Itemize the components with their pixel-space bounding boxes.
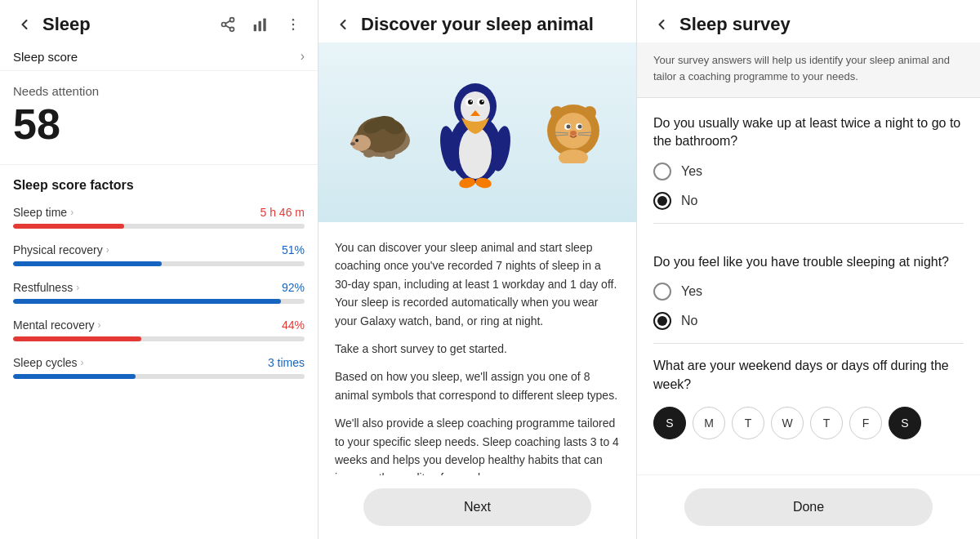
survey-back-button[interactable] bbox=[650, 13, 673, 36]
svg-point-48 bbox=[583, 106, 596, 119]
more-icon bbox=[285, 16, 301, 33]
svg-line-4 bbox=[225, 20, 230, 23]
question-2-yes-option[interactable]: Yes bbox=[653, 283, 964, 301]
score-status: Needs attention bbox=[13, 84, 305, 98]
panel-sleep: Sleep bbox=[0, 0, 318, 539]
next-button[interactable]: Next bbox=[363, 488, 591, 526]
svg-point-17 bbox=[355, 139, 359, 142]
factor-sleep-time-bar-fill bbox=[13, 224, 124, 229]
question-1-no-label: No bbox=[681, 194, 697, 208]
svg-point-27 bbox=[468, 100, 473, 105]
svg-point-30 bbox=[482, 100, 483, 102]
svg-point-19 bbox=[363, 149, 375, 158]
factor-physical-bar-bg bbox=[13, 261, 305, 266]
share-button[interactable] bbox=[216, 13, 239, 36]
panel-survey: Sleep survey Your survey answers will he… bbox=[637, 0, 980, 539]
question-2-yes-label: Yes bbox=[681, 284, 702, 299]
question-1-no-radio-fill bbox=[657, 196, 667, 206]
question-1-yes-label: Yes bbox=[681, 164, 702, 179]
discover-back-button[interactable] bbox=[332, 13, 354, 36]
question-2-text: Do you feel like you have trouble sleepi… bbox=[653, 253, 964, 271]
stats-button[interactable] bbox=[249, 13, 272, 36]
discover-title: Discover your sleep animal bbox=[361, 14, 623, 35]
factor-physical-recovery[interactable]: Physical recovery › 51% bbox=[13, 243, 305, 266]
question-1-no-radio[interactable] bbox=[653, 192, 671, 210]
lion-illustration bbox=[532, 102, 610, 163]
description-p2: Take a short survey to get started. bbox=[335, 340, 620, 358]
question-1-yes-radio[interactable] bbox=[653, 163, 671, 180]
days-row: S M T W T F S bbox=[653, 407, 964, 439]
day-tuesday[interactable]: T bbox=[732, 407, 764, 439]
survey-question-1: Do you usually wake up at least twice a … bbox=[637, 98, 980, 210]
day-friday[interactable]: F bbox=[849, 407, 882, 439]
factor-sleep-time[interactable]: Sleep time › 5 h 46 m bbox=[13, 206, 305, 229]
factor-physical-bar-fill bbox=[13, 261, 162, 266]
stats-icon bbox=[252, 16, 269, 33]
penguin-svg bbox=[434, 75, 516, 189]
hedgehog-svg bbox=[345, 106, 418, 159]
svg-point-28 bbox=[479, 100, 484, 105]
factor-restfulness-bar-fill bbox=[13, 299, 281, 304]
factor-sleep-time-value: 5 h 46 m bbox=[261, 206, 305, 219]
sleep-score-label: Sleep score bbox=[13, 50, 301, 64]
day-saturday[interactable]: S bbox=[889, 407, 921, 439]
score-number: 58 bbox=[13, 101, 305, 148]
day-monday[interactable]: M bbox=[693, 407, 725, 439]
factor-physical-value: 51% bbox=[282, 243, 305, 256]
factor-cycles-bar-fill bbox=[13, 374, 136, 379]
discover-header: Discover your sleep animal bbox=[318, 0, 636, 42]
back-icon bbox=[16, 16, 33, 33]
sleep-header: Sleep bbox=[0, 0, 318, 42]
factor-sleep-cycles[interactable]: Sleep cycles › 3 times bbox=[13, 356, 305, 379]
sleep-factors-section: Sleep score factors Sleep time › 5 h 46 … bbox=[0, 165, 318, 379]
svg-line-3 bbox=[225, 25, 230, 28]
factor-restfulness-value: 92% bbox=[282, 281, 305, 294]
factor-mental-bar-bg bbox=[13, 336, 305, 341]
factor-sleep-time-name: Sleep time › bbox=[13, 206, 74, 219]
factor-mental-name: Mental recovery › bbox=[13, 318, 101, 332]
factor-mental-bar-fill bbox=[13, 336, 141, 341]
more-button[interactable] bbox=[282, 13, 305, 36]
days-question-text: What are your weekend days or days off d… bbox=[653, 357, 964, 394]
question-2-no-radio[interactable] bbox=[653, 312, 671, 330]
day-sunday[interactable]: S bbox=[653, 407, 686, 439]
factor-sleep-time-bar-bg bbox=[13, 224, 305, 229]
survey-back-icon bbox=[653, 16, 670, 33]
day-wednesday[interactable]: W bbox=[771, 407, 804, 439]
sleep-back-button[interactable] bbox=[13, 13, 36, 36]
svg-point-42 bbox=[570, 131, 577, 136]
svg-point-47 bbox=[550, 106, 564, 119]
divider-2 bbox=[653, 343, 964, 344]
survey-title: Sleep survey bbox=[679, 14, 967, 35]
done-button-container: Done bbox=[637, 474, 980, 539]
question-2-no-option[interactable]: No bbox=[653, 312, 964, 330]
question-2-no-label: No bbox=[681, 314, 697, 328]
factor-restfulness-bar-bg bbox=[13, 299, 305, 304]
svg-point-10 bbox=[292, 29, 295, 31]
done-button[interactable]: Done bbox=[684, 488, 933, 526]
sleep-score-chevron: › bbox=[301, 49, 305, 64]
divider-1 bbox=[653, 223, 964, 224]
factor-mental-recovery[interactable]: Mental recovery › 44% bbox=[13, 318, 305, 341]
sleep-score-row[interactable]: Sleep score › bbox=[0, 42, 318, 71]
svg-point-29 bbox=[470, 100, 472, 102]
penguin-illustration bbox=[434, 75, 516, 189]
question-1-no-option[interactable]: No bbox=[653, 192, 964, 210]
survey-intro-text: Your survey answers will help us identif… bbox=[653, 54, 950, 82]
survey-header: Sleep survey bbox=[637, 0, 980, 42]
sleep-title: Sleep bbox=[42, 14, 210, 35]
factor-restfulness[interactable]: Restfulness › 92% bbox=[13, 281, 305, 304]
svg-rect-5 bbox=[254, 24, 256, 31]
svg-point-24 bbox=[461, 91, 490, 124]
svg-point-9 bbox=[292, 24, 295, 26]
panel-discover: Discover your sleep animal bbox=[318, 0, 637, 539]
svg-point-18 bbox=[350, 142, 355, 145]
question-2-yes-radio[interactable] bbox=[653, 283, 671, 301]
svg-point-8 bbox=[292, 19, 295, 21]
question-1-yes-option[interactable]: Yes bbox=[653, 163, 964, 180]
factor-mental-value: 44% bbox=[282, 318, 305, 332]
day-thursday[interactable]: T bbox=[810, 407, 843, 439]
factor-cycles-value: 3 times bbox=[268, 356, 305, 369]
hedgehog-illustration bbox=[345, 106, 418, 159]
description-p3: Based on how you sleep, we'll assign you… bbox=[335, 368, 620, 404]
